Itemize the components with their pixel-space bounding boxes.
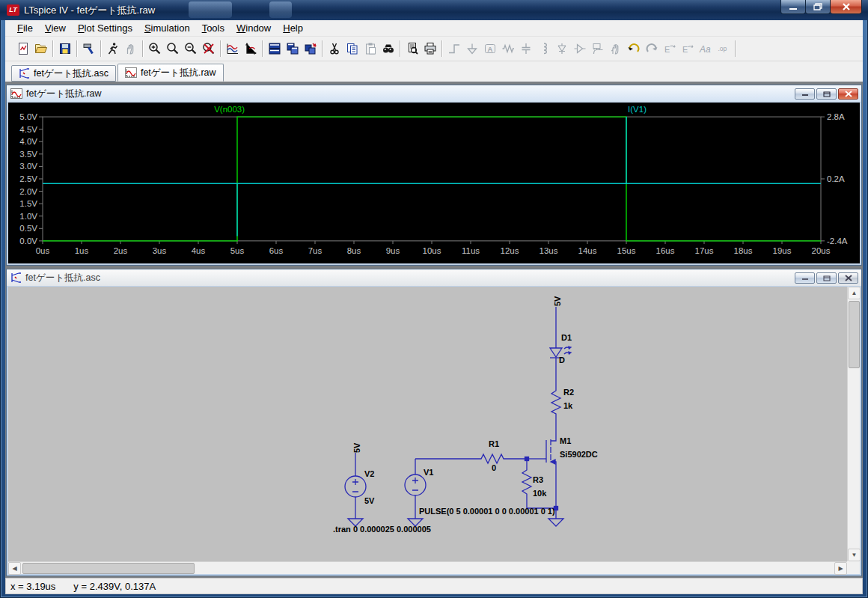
toolbar: AEEAa.op [5,37,863,61]
vertical-scroll-thumb[interactable] [849,301,860,368]
x-tick-label: 5us [230,246,245,255]
v2-name-label[interactable]: V2 [364,469,374,478]
copy-icon[interactable] [343,40,361,58]
tab-waveform[interactable]: fetゲート抵抗.raw [117,64,224,82]
cursor-y-readout: y = 2.439V, 0.137A [73,581,156,592]
open-icon[interactable] [32,40,50,58]
sch-minimize-button[interactable] [795,272,815,284]
d1-model-label[interactable]: D [559,356,565,364]
label-net-icon: A [481,40,499,58]
vertical-scrollbar[interactable]: ▲ ▼ [847,287,860,561]
zoom-in-icon[interactable] [146,40,164,58]
menu-file[interactable]: File [11,21,39,35]
zoom-out-icon[interactable] [182,40,200,58]
minimize-button[interactable] [780,0,806,14]
x-tick-label: 11us [462,246,480,255]
find-icon[interactable] [379,40,397,58]
schematic-canvas[interactable]: 5V D1 D R2 1k M1 Si5902DC R1 0 R3 10k V1… [8,287,847,561]
x-tick-label: 12us [501,246,519,255]
r2-value-label[interactable]: 1k [563,401,572,410]
x-tick-label: 2us [114,246,128,255]
wave-close-button[interactable] [838,88,858,100]
r3-value-label[interactable]: 10k [533,489,546,498]
tile-horizontal-icon[interactable] [266,40,284,58]
schematic-drawing[interactable] [8,287,847,561]
y-left-tick-label: 4.0V [19,137,37,146]
new-schematic-icon[interactable] [14,40,32,58]
x-tick-label: 3us [153,246,167,255]
menu-plot-settings[interactable]: Plot Settings [72,21,138,35]
undo-icon[interactable] [625,40,643,58]
d1-name-label[interactable]: D1 [561,333,572,342]
window-title: LTspice IV - fetゲート抵抗.raw [24,4,155,17]
m1-model-label[interactable]: Si5902DC [560,450,598,459]
m1-name-label[interactable]: M1 [560,436,571,445]
tab-schematic[interactable]: fetゲート抵抗.asc [11,65,116,82]
scroll-up-icon[interactable]: ▲ [848,287,861,299]
scroll-left-icon[interactable]: ◀ [8,562,21,575]
v1-name-label[interactable]: V1 [424,468,433,477]
horizontal-scrollbar[interactable]: ◀ ▶ [8,561,847,574]
x-tick-label: 18us [734,246,753,255]
capacitor-icon [517,40,535,58]
v2-rail-label[interactable]: 5V [352,443,361,453]
halt-icon [122,40,140,58]
toolbar-separator [400,40,401,57]
tab-label: fetゲート抵抗.asc [34,67,109,80]
y-left-tick-label: 4.5V [19,125,37,134]
menu-tools[interactable]: Tools [196,21,230,35]
x-tick-label: 0us [36,246,50,255]
wave-minimize-button[interactable] [795,88,815,100]
menu-simulation[interactable]: Simulation [138,21,196,35]
waveform-plot-area[interactable]: 0us1us2us3us4us5us6us7us8us9us10us11us12… [8,103,860,263]
print-preview-icon[interactable] [403,40,421,58]
wave-restore-button[interactable] [816,88,837,100]
menu-window[interactable]: Window [230,21,277,35]
cut-icon[interactable] [326,40,343,58]
svg-text:Aa: Aa [699,44,711,55]
r1-value-label[interactable]: 0 [492,463,496,472]
paste-icon [361,40,379,58]
cursor-x-readout: x = 3.19us [10,581,55,592]
waveform-plot[interactable]: 0us1us2us3us4us5us6us7us8us9us10us11us12… [8,103,860,263]
sch-restore-button[interactable] [816,272,837,284]
waveform-window: fetゲート抵抗.raw 0us1us2us3us4us5us6us7us8us… [6,85,862,266]
v2-value-label[interactable]: 5V [364,496,374,505]
schematic-window-titlebar[interactable]: fetゲート抵抗.asc [7,269,861,286]
title-bar[interactable]: LT LTspice IV - fetゲート抵抗.raw [0,0,868,20]
v1-pulse-directive[interactable]: PULSE(0 5 0.00001 0 0 0.00001 0 1) [419,507,555,516]
run-icon[interactable] [104,40,122,58]
scroll-right-icon[interactable]: ▶ [834,562,847,575]
zoom-extents-icon[interactable] [164,40,182,58]
r1-name-label[interactable]: R1 [489,439,499,448]
cascade-icon[interactable] [302,40,320,58]
restore-button[interactable] [805,0,831,14]
waveform-file-icon [10,88,22,99]
autorange-wave-icon[interactable] [224,40,242,58]
trace-name-label[interactable]: V(n003) [214,105,245,114]
trace-V(n003) [43,117,821,241]
save-icon[interactable] [56,40,74,58]
move-icon [607,40,625,58]
print-icon[interactable] [421,40,439,58]
rail-5v-label[interactable]: 5V [553,296,562,306]
zoom-autorange-icon[interactable] [200,40,218,58]
tran-directive[interactable]: .tran 0 0.000025 0.000005 [333,525,431,534]
menu-view[interactable]: View [39,21,72,35]
scroll-down-icon[interactable]: ▼ [848,549,861,561]
x-tick-label: 16us [656,246,675,255]
r3-name-label[interactable]: R3 [533,475,543,484]
tile-vertical-icon[interactable] [284,40,302,58]
control-panel-icon[interactable] [80,40,98,58]
close-button[interactable] [830,0,862,14]
schematic-file-icon [10,272,22,283]
x-tick-label: 20us [812,246,831,255]
pan-axes-icon[interactable] [242,40,260,58]
r2-name-label[interactable]: R2 [563,388,574,397]
waveform-window-titlebar[interactable]: fetゲート抵抗.raw [7,85,861,102]
spice-directive-icon: .op [715,40,733,58]
horizontal-scroll-thumb[interactable] [22,563,195,574]
menu-help[interactable]: Help [277,21,309,35]
sch-close-button[interactable] [838,272,858,284]
trace-name-label[interactable]: I(V1) [628,105,647,114]
